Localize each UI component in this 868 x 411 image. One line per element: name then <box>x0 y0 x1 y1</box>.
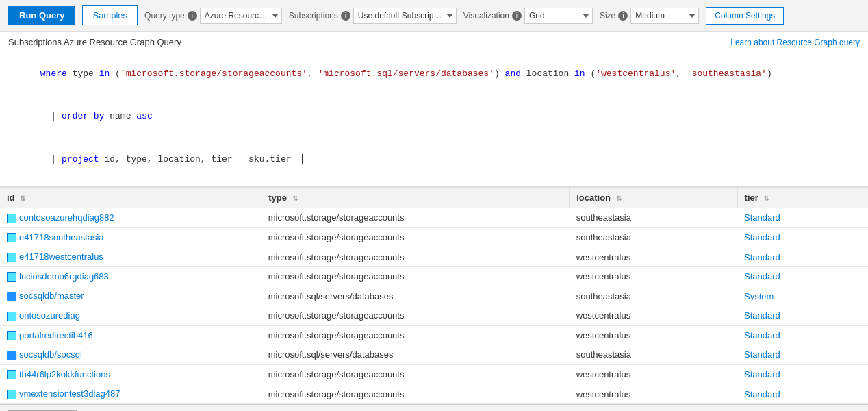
learn-link[interactable]: Learn about Resource Graph query <box>730 38 860 47</box>
storage-resource-icon <box>7 331 16 340</box>
col-header-id[interactable]: id ⇅ <box>0 188 261 208</box>
sort-icon-tier: ⇅ <box>763 195 769 202</box>
storage-resource-icon <box>7 214 16 223</box>
cell-id: e41718southeastasia <box>0 227 261 247</box>
sql-resource-icon <box>7 292 16 301</box>
visualization-info-icon[interactable]: i <box>512 11 522 21</box>
cell-location: westcentralus <box>570 306 737 325</box>
cell-location: southeastasia <box>570 208 737 228</box>
cell-tier: System <box>737 286 868 306</box>
cell-tier: Standard <box>737 325 868 345</box>
resource-id-link[interactable]: socsqldb/master <box>19 290 84 301</box>
query-line-1: where type in ('microsoft.storage/storag… <box>8 53 860 95</box>
storage-resource-icon <box>7 233 16 242</box>
cell-tier: Standard <box>737 227 868 247</box>
tier-link[interactable]: Standard <box>744 349 780 360</box>
cell-tier: Standard <box>737 364 868 384</box>
tier-link[interactable]: Standard <box>744 232 780 242</box>
cell-tier: Standard <box>737 306 868 325</box>
table-row: ontosozurediagmicrosoft.storage/storagea… <box>0 306 868 325</box>
query-line-3: | project id, type, location, tier = sku… <box>8 138 860 181</box>
cell-location: westcentralus <box>570 384 737 404</box>
table-row: tb44r6lp2kokkfunctionsmicrosoft.storage/… <box>0 364 868 384</box>
query-type-info-icon[interactable]: i <box>188 11 197 21</box>
resource-id-link[interactable]: ontosozurediag <box>19 310 80 321</box>
size-select[interactable]: Medium <box>630 8 699 24</box>
cell-id: vmextensiontest3diag487 <box>0 384 261 404</box>
visualization-group: Visualization i Grid <box>463 8 593 24</box>
storage-resource-icon <box>7 253 16 262</box>
table-row: portalredirectib416microsoft.storage/sto… <box>0 325 868 345</box>
col-header-location[interactable]: location ⇅ <box>570 188 737 208</box>
cell-type: microsoft.storage/storageaccounts <box>261 325 570 345</box>
column-settings-button[interactable]: Column Settings <box>706 7 784 25</box>
cell-type: microsoft.storage/storageaccounts <box>261 227 570 247</box>
results-table: id ⇅ type ⇅ location ⇅ tier ⇅ <box>0 188 868 404</box>
cell-id: e41718westcentralus <box>0 247 261 267</box>
table-header: id ⇅ type ⇅ location ⇅ tier ⇅ <box>0 188 868 208</box>
table-row: e41718southeastasiamicrosoft.storage/sto… <box>0 227 868 247</box>
tier-link[interactable]: Standard <box>744 389 780 399</box>
cell-type: microsoft.storage/storageaccounts <box>261 384 570 404</box>
visualization-select[interactable]: Grid <box>524 8 593 24</box>
resource-id-link[interactable]: e41718southeastasia <box>19 232 104 242</box>
tier-link[interactable]: Standard <box>744 330 780 340</box>
tier-link[interactable]: Standard <box>744 369 780 379</box>
cell-tier: Standard <box>737 345 868 365</box>
tier-link[interactable]: System <box>744 291 774 301</box>
cell-location: southeastasia <box>570 345 737 365</box>
results-table-container[interactable]: id ⇅ type ⇅ location ⇅ tier ⇅ <box>0 187 868 404</box>
cell-type: microsoft.storage/storageaccounts <box>261 266 570 286</box>
sort-icon-id: ⇅ <box>20 195 25 202</box>
resource-id-link[interactable]: e41718westcentralus <box>19 251 103 262</box>
cell-id: portalredirectib416 <box>0 325 261 345</box>
code-editor[interactable]: where type in ('microsoft.storage/storag… <box>0 50 868 187</box>
col-header-type[interactable]: type ⇅ <box>261 188 570 208</box>
samples-button[interactable]: Samples <box>82 5 138 25</box>
storage-resource-icon <box>7 312 16 321</box>
table-row: luciosdemo6rgdiag683microsoft.storage/st… <box>0 266 868 286</box>
table-row: e41718westcentralusmicrosoft.storage/sto… <box>0 247 868 267</box>
sort-icon-location: ⇅ <box>616 195 622 202</box>
col-header-tier[interactable]: tier ⇅ <box>737 188 868 208</box>
cell-tier: Standard <box>737 266 868 286</box>
query-header: Subscriptions Azure Resource Graph Query… <box>0 32 868 50</box>
cell-location: westcentralus <box>570 325 737 345</box>
resource-id-link[interactable]: contosoazurehqdiag882 <box>19 212 114 223</box>
table-body: contosoazurehqdiag882microsoft.storage/s… <box>0 208 868 404</box>
run-query-button[interactable]: Run Query <box>8 6 75 25</box>
query-type-group: Query type i Azure Resourc… <box>144 8 282 24</box>
size-group: Size i Medium <box>600 8 699 24</box>
cell-type: microsoft.storage/storageaccounts <box>261 247 570 267</box>
subscriptions-select[interactable]: Use default Subscrip… <box>353 8 457 24</box>
cell-tier: Standard <box>737 384 868 404</box>
resource-id-link[interactable]: portalredirectib416 <box>19 330 93 340</box>
cell-location: southeastasia <box>570 227 737 247</box>
query-title: Subscriptions Azure Resource Graph Query <box>8 37 181 47</box>
cell-type: microsoft.storage/storageaccounts <box>261 208 570 228</box>
query-line-2: | order by name asc <box>8 95 860 138</box>
cell-location: westcentralus <box>570 266 737 286</box>
query-type-label: Query type <box>144 11 185 21</box>
cell-id: tb44r6lp2kokkfunctions <box>0 364 261 384</box>
size-info-icon[interactable]: i <box>618 11 628 21</box>
cell-id: socsqldb/socsql <box>0 345 261 365</box>
table-row: socsqldb/mastermicrosoft.sql/servers/dat… <box>0 286 868 306</box>
tier-link[interactable]: Standard <box>744 271 780 282</box>
cell-id: socsqldb/master <box>0 286 261 306</box>
cell-tier: Standard <box>737 208 868 228</box>
tier-link[interactable]: Standard <box>744 310 780 321</box>
resource-id-link[interactable]: socsqldb/socsql <box>19 349 82 360</box>
subscriptions-info-icon[interactable]: i <box>341 11 350 21</box>
table-row: socsqldb/socsqlmicrosoft.sql/servers/dat… <box>0 345 868 365</box>
query-type-select[interactable]: Azure Resourc… <box>200 8 282 24</box>
sort-icon-type: ⇅ <box>292 195 298 202</box>
resource-id-link[interactable]: vmextensiontest3diag487 <box>19 388 120 399</box>
tier-link[interactable]: Standard <box>744 252 780 262</box>
tier-link[interactable]: Standard <box>744 212 780 223</box>
resource-id-link[interactable]: luciosdemo6rgdiag683 <box>19 271 109 282</box>
cell-location: westcentralus <box>570 364 737 384</box>
sql-resource-icon <box>7 351 16 360</box>
resource-id-link[interactable]: tb44r6lp2kokkfunctions <box>19 369 110 379</box>
visualization-label: Visualization <box>463 11 509 21</box>
